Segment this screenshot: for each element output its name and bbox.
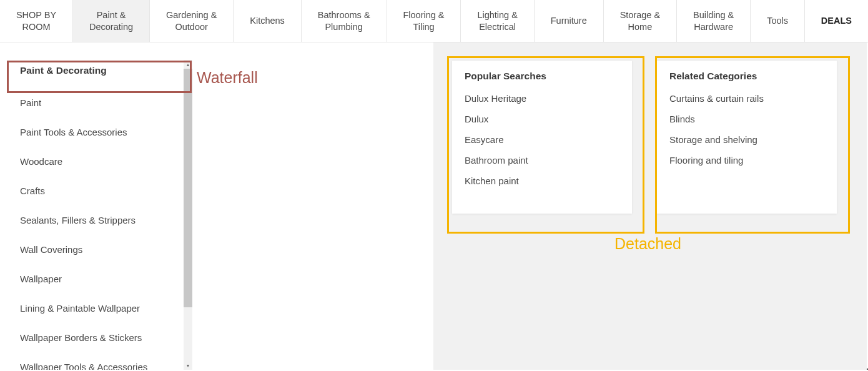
scroll-up-arrow-icon[interactable]: ▴ xyxy=(184,60,192,69)
sidebar-item[interactable]: Wall Coverings xyxy=(6,237,185,262)
scroll-thumb[interactable] xyxy=(184,69,192,307)
sidebar-item[interactable]: Sealants, Fillers & Strippers xyxy=(6,207,185,233)
sidebar-item[interactable]: Lining & Paintable Wallpaper xyxy=(6,295,185,321)
nav-furniture[interactable]: Furniture xyxy=(535,0,604,42)
sidebar-item[interactable]: Wallpaper xyxy=(6,266,185,292)
top-nav: SHOP BY ROOM Paint & Decorating Gardenin… xyxy=(0,0,868,42)
related-categories-card: Related Categories Curtains & curtain ra… xyxy=(657,60,837,214)
nav-storage-home[interactable]: Storage & Home xyxy=(604,0,677,42)
scroll-down-arrow-icon[interactable]: ▾ xyxy=(184,361,192,370)
popular-searches-card: Popular Searches Dulux Heritage Dulux Ea… xyxy=(452,60,632,214)
popular-searches-title: Popular Searches xyxy=(465,71,619,88)
mega-menu-right: Popular Searches Dulux Heritage Dulux Ea… xyxy=(433,42,867,370)
nav-paint-decorating[interactable]: Paint & Decorating xyxy=(73,0,150,42)
popular-search-link[interactable]: Bathroom paint xyxy=(465,150,619,171)
popular-search-link[interactable]: Dulux Heritage xyxy=(465,88,619,109)
popular-search-link[interactable]: Kitchen paint xyxy=(465,171,619,191)
nav-gardening-outdoor[interactable]: Gardening & Outdoor xyxy=(150,0,234,42)
related-category-link[interactable]: Storage and shelving xyxy=(669,129,824,150)
sidebar-item[interactable]: Paint xyxy=(6,90,185,116)
sidebar-item[interactable]: Wallpaper Tools & Accessories xyxy=(6,354,185,370)
nav-bathrooms-plumbing[interactable]: Bathrooms & Plumbing xyxy=(302,0,387,42)
related-category-link[interactable]: Flooring and tiling xyxy=(669,150,824,171)
mega-menu: Paint & Decorating Paint Paint Tools & A… xyxy=(0,42,868,370)
mega-menu-left: Paint & Decorating Paint Paint Tools & A… xyxy=(0,42,433,370)
sidebar-title: Paint & Decorating xyxy=(6,60,185,90)
category-sidebar: Paint & Decorating Paint Paint Tools & A… xyxy=(6,60,192,370)
sidebar-item[interactable]: Paint Tools & Accessories xyxy=(6,119,185,145)
nav-lighting-electrical[interactable]: Lighting & Electrical xyxy=(461,0,534,42)
sidebar-item[interactable]: Woodcare xyxy=(6,149,185,174)
sidebar-item[interactable]: Wallpaper Borders & Stickers xyxy=(6,325,185,350)
sidebar-scrollbar[interactable]: ▴ ▾ xyxy=(184,60,192,370)
related-categories-title: Related Categories xyxy=(669,71,824,88)
popular-search-link[interactable]: Dulux xyxy=(465,109,619,129)
related-category-link[interactable]: Curtains & curtain rails xyxy=(669,88,824,109)
nav-flooring-tiling[interactable]: Flooring & Tiling xyxy=(387,0,461,42)
sidebar-item[interactable]: Crafts xyxy=(6,178,185,204)
nav-kitchens[interactable]: Kitchens xyxy=(234,0,301,42)
related-category-link[interactable]: Blinds xyxy=(669,109,824,129)
nav-deals[interactable]: DEALS xyxy=(805,0,868,42)
nav-building-hardware[interactable]: Building & Hardware xyxy=(677,0,751,42)
nav-shop-by-room[interactable]: SHOP BY ROOM xyxy=(0,0,73,42)
nav-tools[interactable]: Tools xyxy=(751,0,805,42)
popular-search-link[interactable]: Easycare xyxy=(465,129,619,150)
